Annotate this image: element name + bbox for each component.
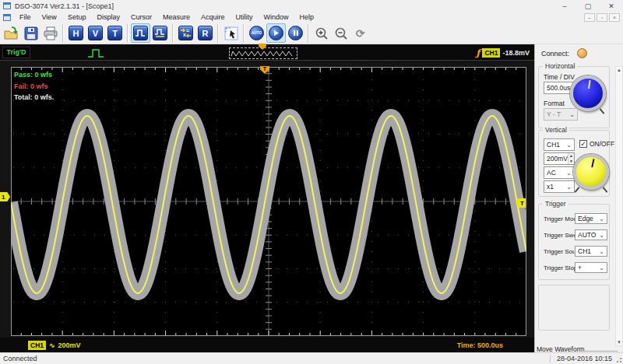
xy-arrows-icon: x=	[180, 27, 192, 39]
horizontal-settings-button[interactable]: H	[66, 23, 86, 43]
connect-label: Connect:	[541, 50, 569, 58]
connection-status: Connected	[3, 355, 37, 362]
toolbar-separator	[308, 24, 309, 43]
menu-file[interactable]: File	[14, 12, 37, 23]
trigger-mode-select[interactable]: Edge⌄	[575, 213, 607, 224]
format-select[interactable]: Y - T⌄	[544, 108, 578, 121]
print-button[interactable]	[40, 23, 60, 43]
menu-view[interactable]: View	[37, 12, 62, 23]
pulse-icon	[135, 27, 146, 39]
chevron-down-icon: ⌄	[566, 184, 572, 191]
run-button[interactable]	[266, 23, 286, 43]
vertical-group: Vertical CH1⌄ ✓ ON/OFF 200mV ▲▼ AC⌄ x1⌄	[538, 130, 610, 197]
pulse-mode-button[interactable]	[131, 23, 150, 43]
mdi-restore-button[interactable]: ▫	[597, 13, 607, 22]
app-window: DSO-3074 Ver2.1.31 - [Scope1] – ▢ ✕ File…	[0, 0, 623, 364]
pulse-measure-button[interactable]	[150, 23, 170, 43]
menu-window[interactable]: Window	[258, 12, 294, 23]
trigger-slope-select[interactable]: +⌄	[575, 262, 607, 273]
scroll-up-icon[interactable]: ▲	[616, 68, 622, 72]
cursor-select-button[interactable]	[221, 23, 241, 43]
window-title: DSO-3074 Ver2.1.31 - [Scope1]	[15, 2, 114, 10]
probe-select[interactable]: x1⌄	[544, 180, 575, 193]
open-file-button[interactable]	[2, 23, 21, 43]
onoff-label: ON/OFF	[590, 140, 614, 148]
toolbar-separator	[172, 24, 174, 43]
trigger-level-readout: -18.8mV	[502, 49, 530, 57]
volts-per-div-readout: 200mV	[58, 341, 81, 349]
scope-status-strip: Trig'D ƒ CH1 -18.8mV	[0, 45, 534, 61]
move-waveform-slider[interactable]	[580, 351, 618, 352]
mdi-child-icon	[3, 14, 11, 21]
pass-count: Pass: 0 wfs	[14, 69, 54, 81]
open-folder-icon	[4, 26, 19, 40]
zoom-in-icon	[315, 26, 329, 40]
coupling-select[interactable]: AC⌄	[544, 166, 575, 179]
auto-icon: AUTO	[249, 26, 264, 40]
toolbar-separator	[127, 24, 128, 43]
menu-setup[interactable]: Setup	[62, 12, 92, 23]
save-button[interactable]	[21, 23, 40, 43]
total-count: Total: 0 wfs.	[14, 92, 54, 103]
zoom-out-button[interactable]	[331, 23, 350, 43]
trigger-source-select[interactable]: CH1⌄	[575, 246, 607, 257]
trigger-settings-button[interactable]: T	[105, 23, 125, 43]
refresh-r-button[interactable]: R	[195, 23, 215, 43]
app-icon	[3, 2, 11, 9]
title-bar: DSO-3074 Ver2.1.31 - [Scope1] – ▢ ✕	[0, 0, 623, 12]
menu-bar: File View Setup Display Cursor Measure A…	[0, 12, 623, 23]
channel1-badge: CH1	[28, 341, 46, 350]
spin-up-icon[interactable]: ▲	[568, 153, 574, 159]
channel-select[interactable]: CH1⌄	[544, 138, 575, 151]
menu-cursor[interactable]: Cursor	[125, 12, 157, 23]
svg-text:=: =	[186, 28, 189, 33]
panel-scrollbar[interactable]: ▲ ▼	[615, 66, 623, 346]
waveform-display[interactable]	[11, 67, 526, 336]
waveform-preview[interactable]	[229, 47, 297, 59]
toolbar: H V T x= R AUTO ⟳	[0, 23, 623, 44]
cursor-arrow-icon	[224, 26, 238, 40]
vertical-group-title: Vertical	[543, 126, 569, 134]
channel1-position-marker[interactable]: 1	[0, 192, 10, 201]
volts-div-stepper[interactable]: 200mV ▲▼	[544, 152, 575, 165]
refresh-circle-icon: ⟳	[356, 27, 365, 40]
trigger-group-title: Trigger	[543, 200, 568, 208]
trigger-source-badge: CH1	[482, 48, 500, 58]
menu-display[interactable]: Display	[91, 12, 125, 23]
toolbar-separator	[217, 24, 219, 43]
zoom-in-button[interactable]	[312, 23, 331, 43]
letter-t-icon: T	[107, 26, 122, 40]
mdi-close-button[interactable]: ×	[609, 13, 620, 22]
chevron-down-icon: ⌄	[599, 232, 604, 239]
horizontal-group: Horizontal Time / DIV 500.0us⌄ Format Y …	[538, 66, 610, 128]
menu-utility[interactable]: Utility	[230, 12, 258, 23]
scroll-down-icon[interactable]: ▼	[616, 340, 622, 345]
maximize-button[interactable]: ▢	[576, 0, 600, 12]
vertical-knob[interactable]	[573, 154, 609, 190]
coupling-icon: ∿	[49, 341, 55, 349]
datetime-status: 28-04-2016 10:15	[550, 355, 612, 362]
math-xy-button[interactable]: x=	[176, 23, 195, 43]
mdi-minimize-button[interactable]: –	[584, 13, 595, 22]
close-button[interactable]: ✕	[600, 0, 623, 12]
status-bar: Connected 28-04-2016 10:15	[0, 352, 623, 364]
trigger-sweep-select[interactable]: AUTO⌄	[575, 229, 607, 240]
menu-help[interactable]: Help	[294, 12, 319, 23]
spin-down-icon[interactable]: ▼	[568, 159, 574, 164]
pause-button[interactable]	[286, 23, 305, 43]
play-icon	[273, 30, 280, 37]
pass-fail-counter: Pass: 0 wfs Fail: 0 wfs Total: 0 wfs.	[14, 69, 54, 103]
toolbar-separator	[243, 24, 245, 43]
horizontal-knob[interactable]	[570, 75, 606, 111]
menu-measure[interactable]: Measure	[157, 12, 195, 23]
resize-grip[interactable]	[615, 356, 621, 362]
channel-onoff-checkbox[interactable]: ✓ ON/OFF	[579, 140, 614, 148]
pulse-measure-icon	[154, 27, 166, 39]
auto-setup-button[interactable]: AUTO	[247, 23, 266, 43]
menu-acquire[interactable]: Acquire	[195, 12, 231, 23]
minimize-button[interactable]: –	[553, 0, 576, 12]
letter-r-icon: R	[198, 26, 213, 40]
save-floppy-icon	[24, 26, 38, 40]
self-calibration-button[interactable]: ⟳	[350, 23, 370, 43]
vertical-settings-button[interactable]: V	[86, 23, 105, 43]
